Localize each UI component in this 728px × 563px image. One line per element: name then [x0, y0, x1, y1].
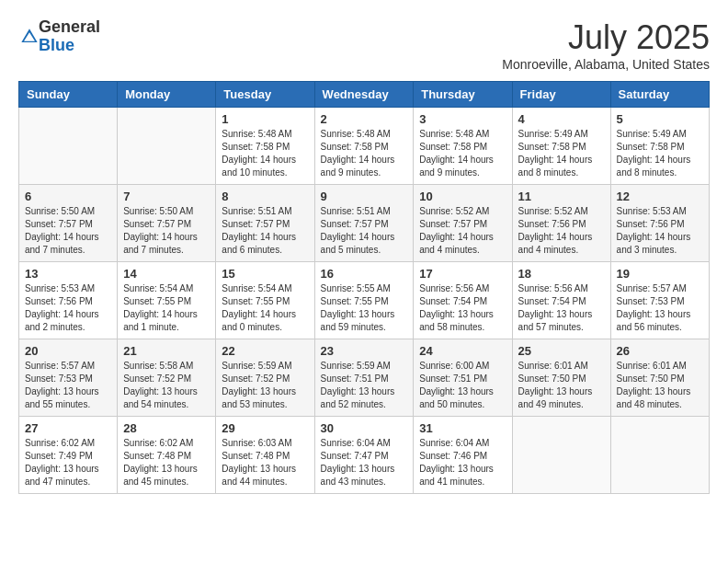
header-tuesday: Tuesday [216, 82, 314, 108]
day-cell: 9Sunrise: 5:51 AM Sunset: 7:57 PM Daylig… [314, 185, 414, 262]
day-info: Sunrise: 5:50 AM Sunset: 7:57 PM Dayligh… [25, 205, 111, 257]
day-cell: 1Sunrise: 5:48 AM Sunset: 7:58 PM Daylig… [216, 108, 314, 185]
day-cell: 5Sunrise: 5:49 AM Sunset: 7:58 PM Daylig… [610, 108, 709, 185]
day-number: 12 [617, 190, 703, 203]
day-number: 22 [222, 344, 308, 358]
day-cell: 26Sunrise: 6:01 AM Sunset: 7:50 PM Dayli… [610, 339, 709, 417]
day-info: Sunrise: 6:04 AM Sunset: 7:47 PM Dayligh… [321, 437, 408, 488]
day-number: 1 [222, 112, 308, 126]
day-number: 5 [617, 112, 703, 126]
logo-text: General Blue [39, 18, 100, 55]
logo: General Blue [18, 18, 100, 55]
day-cell [118, 108, 216, 185]
day-number: 30 [321, 421, 408, 435]
header-wednesday: Wednesday [314, 82, 414, 108]
day-number: 6 [25, 190, 111, 203]
week-row-5: 27Sunrise: 6:02 AM Sunset: 7:49 PM Dayli… [19, 417, 710, 494]
day-cell: 31Sunrise: 6:04 AM Sunset: 7:46 PM Dayli… [414, 417, 512, 494]
day-info: Sunrise: 5:56 AM Sunset: 7:54 PM Dayligh… [518, 282, 605, 334]
day-info: Sunrise: 5:57 AM Sunset: 7:53 PM Dayligh… [25, 360, 111, 411]
day-number: 10 [419, 190, 506, 203]
day-info: Sunrise: 5:55 AM Sunset: 7:55 PM Dayligh… [321, 282, 408, 334]
week-row-1: 1Sunrise: 5:48 AM Sunset: 7:58 PM Daylig… [19, 108, 710, 185]
day-info: Sunrise: 6:00 AM Sunset: 7:51 PM Dayligh… [419, 360, 506, 411]
day-cell: 29Sunrise: 6:03 AM Sunset: 7:48 PM Dayli… [216, 417, 314, 494]
day-number: 28 [123, 421, 210, 435]
day-cell: 3Sunrise: 5:48 AM Sunset: 7:58 PM Daylig… [414, 108, 512, 185]
day-number: 20 [25, 344, 111, 358]
day-number: 11 [518, 190, 605, 203]
day-info: Sunrise: 5:49 AM Sunset: 7:58 PM Dayligh… [518, 128, 605, 179]
day-info: Sunrise: 5:52 AM Sunset: 7:57 PM Dayligh… [419, 205, 506, 257]
day-info: Sunrise: 5:54 AM Sunset: 7:55 PM Dayligh… [222, 282, 308, 334]
day-info: Sunrise: 5:53 AM Sunset: 7:56 PM Dayligh… [25, 282, 111, 334]
day-info: Sunrise: 5:53 AM Sunset: 7:56 PM Dayligh… [617, 205, 703, 257]
week-row-4: 20Sunrise: 5:57 AM Sunset: 7:53 PM Dayli… [19, 339, 710, 417]
day-cell: 14Sunrise: 5:54 AM Sunset: 7:55 PM Dayli… [118, 262, 216, 339]
day-cell: 18Sunrise: 5:56 AM Sunset: 7:54 PM Dayli… [512, 262, 610, 339]
day-cell [512, 417, 610, 494]
day-info: Sunrise: 5:50 AM Sunset: 7:57 PM Dayligh… [123, 205, 210, 257]
day-number: 24 [419, 344, 506, 358]
day-info: Sunrise: 5:49 AM Sunset: 7:58 PM Dayligh… [617, 128, 703, 179]
week-row-3: 13Sunrise: 5:53 AM Sunset: 7:56 PM Dayli… [19, 262, 710, 339]
day-cell: 20Sunrise: 5:57 AM Sunset: 7:53 PM Dayli… [19, 339, 118, 417]
day-cell: 22Sunrise: 5:59 AM Sunset: 7:52 PM Dayli… [216, 339, 314, 417]
day-cell: 11Sunrise: 5:52 AM Sunset: 7:56 PM Dayli… [512, 185, 610, 262]
page-header: General Blue July 2025 Monroeville, Alab… [18, 18, 710, 72]
day-info: Sunrise: 6:01 AM Sunset: 7:50 PM Dayligh… [518, 360, 605, 411]
day-info: Sunrise: 5:48 AM Sunset: 7:58 PM Dayligh… [419, 128, 506, 179]
day-number: 13 [25, 267, 111, 281]
day-number: 23 [321, 344, 408, 358]
calendar: SundayMondayTuesdayWednesdayThursdayFrid… [18, 81, 710, 494]
day-info: Sunrise: 5:48 AM Sunset: 7:58 PM Dayligh… [222, 128, 308, 179]
day-cell: 12Sunrise: 5:53 AM Sunset: 7:56 PM Dayli… [610, 185, 709, 262]
day-cell: 6Sunrise: 5:50 AM Sunset: 7:57 PM Daylig… [19, 185, 118, 262]
day-number: 17 [419, 267, 506, 281]
day-cell [19, 108, 118, 185]
day-info: Sunrise: 6:02 AM Sunset: 7:48 PM Dayligh… [123, 437, 210, 488]
day-cell: 28Sunrise: 6:02 AM Sunset: 7:48 PM Dayli… [118, 417, 216, 494]
day-cell: 15Sunrise: 5:54 AM Sunset: 7:55 PM Dayli… [216, 262, 314, 339]
day-cell: 7Sunrise: 5:50 AM Sunset: 7:57 PM Daylig… [118, 185, 216, 262]
day-cell: 23Sunrise: 5:59 AM Sunset: 7:51 PM Dayli… [314, 339, 414, 417]
header-friday: Friday [512, 82, 610, 108]
day-number: 18 [518, 267, 605, 281]
header-monday: Monday [118, 82, 216, 108]
day-number: 29 [222, 421, 308, 435]
day-info: Sunrise: 5:59 AM Sunset: 7:52 PM Dayligh… [222, 360, 308, 411]
day-info: Sunrise: 6:02 AM Sunset: 7:49 PM Dayligh… [25, 437, 111, 488]
day-info: Sunrise: 5:48 AM Sunset: 7:58 PM Dayligh… [321, 128, 408, 179]
header-sunday: Sunday [19, 82, 118, 108]
logo-icon [20, 28, 39, 46]
day-info: Sunrise: 6:01 AM Sunset: 7:50 PM Dayligh… [617, 360, 703, 411]
header-row: SundayMondayTuesdayWednesdayThursdayFrid… [19, 82, 710, 108]
day-number: 27 [25, 421, 111, 435]
day-cell: 13Sunrise: 5:53 AM Sunset: 7:56 PM Dayli… [19, 262, 118, 339]
day-number: 19 [617, 267, 703, 281]
logo-general: General [39, 18, 100, 37]
day-number: 26 [617, 344, 703, 358]
header-thursday: Thursday [414, 82, 512, 108]
logo-blue: Blue [39, 37, 100, 55]
day-number: 2 [321, 112, 408, 126]
day-cell: 17Sunrise: 5:56 AM Sunset: 7:54 PM Dayli… [414, 262, 512, 339]
month-title: July 2025 [502, 18, 710, 57]
day-number: 9 [321, 190, 408, 203]
location: Monroeville, Alabama, United States [502, 57, 710, 72]
day-info: Sunrise: 5:54 AM Sunset: 7:55 PM Dayligh… [123, 282, 210, 334]
day-cell: 19Sunrise: 5:57 AM Sunset: 7:53 PM Dayli… [610, 262, 709, 339]
day-cell: 27Sunrise: 6:02 AM Sunset: 7:49 PM Dayli… [19, 417, 118, 494]
day-cell: 4Sunrise: 5:49 AM Sunset: 7:58 PM Daylig… [512, 108, 610, 185]
day-number: 31 [419, 421, 506, 435]
day-cell: 30Sunrise: 6:04 AM Sunset: 7:47 PM Dayli… [314, 417, 414, 494]
day-number: 4 [518, 112, 605, 126]
day-info: Sunrise: 5:59 AM Sunset: 7:51 PM Dayligh… [321, 360, 408, 411]
day-cell: 8Sunrise: 5:51 AM Sunset: 7:57 PM Daylig… [216, 185, 314, 262]
day-cell: 21Sunrise: 5:58 AM Sunset: 7:52 PM Dayli… [118, 339, 216, 417]
day-cell: 2Sunrise: 5:48 AM Sunset: 7:58 PM Daylig… [314, 108, 414, 185]
day-info: Sunrise: 6:04 AM Sunset: 7:46 PM Dayligh… [419, 437, 506, 488]
day-info: Sunrise: 6:03 AM Sunset: 7:48 PM Dayligh… [222, 437, 308, 488]
day-cell [610, 417, 709, 494]
day-number: 3 [419, 112, 506, 126]
